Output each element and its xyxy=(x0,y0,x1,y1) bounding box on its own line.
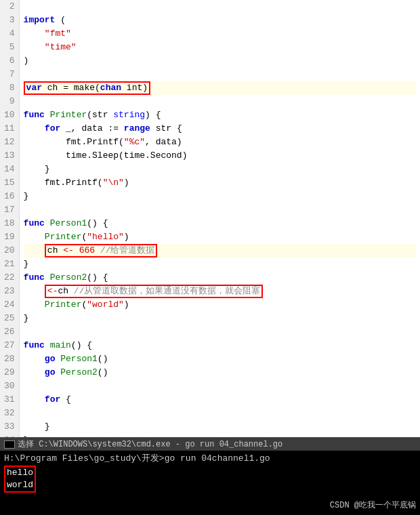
code-line: fmt.Printf("\n") xyxy=(24,176,416,190)
code-line xyxy=(24,325,416,339)
code-line: func Person1() { xyxy=(24,217,416,230)
code-line xyxy=(24,379,416,393)
code-line: "time" xyxy=(24,41,416,54)
code-line: go Person2() xyxy=(24,366,416,379)
output-hello: hello xyxy=(7,467,33,479)
terminal-body: H:\Program Files\go_study\开发>go run 04ch… xyxy=(0,451,420,515)
code-line: go Person1() xyxy=(24,352,416,366)
code-line xyxy=(24,68,416,81)
code-line xyxy=(24,203,416,217)
terminal-title: 选择 C:\WINDOWS\system32\cmd.exe - go run … xyxy=(18,438,282,450)
terminal-command: H:\Program Files\go_study\开发>go run 04ch… xyxy=(4,452,416,464)
code-line xyxy=(24,95,416,108)
code-line: func Printer(str string) { xyxy=(24,108,416,122)
code-line: for _, data := range str { xyxy=(24,122,416,136)
code-line: } xyxy=(24,420,416,434)
code-line: for { xyxy=(24,393,416,407)
code-line: ) xyxy=(24,54,416,68)
terminal-prompt: H:\Program Files\go_study\开发>go run 04ch… xyxy=(4,453,270,464)
code-line: Printer("world") xyxy=(24,298,416,312)
code-line: } xyxy=(24,312,416,325)
line-numbers: 2 3 4 5 6 7 8 9 10 11 12 13 14 15 16 17 … xyxy=(0,0,20,437)
code-line-20: ch <- 666 //给管道数据 xyxy=(24,244,416,258)
code-line: fmt.Printf("%c", data) xyxy=(24,136,416,149)
terminal-output-text: hello world xyxy=(4,466,36,493)
code-line: func Person2() { xyxy=(24,271,416,285)
code-line-23: <-ch //从管道取数据，如果通道没有数据，就会阻塞 xyxy=(24,285,416,298)
code-line: Printer("hello") xyxy=(24,230,416,244)
code-line xyxy=(24,0,416,14)
code-line: } xyxy=(24,190,416,203)
code-line xyxy=(24,407,416,420)
output-world: world xyxy=(7,479,33,491)
terminal-watermark: CSDN @吃我一个平底锅 xyxy=(330,499,416,514)
code-line: "fmt" xyxy=(24,27,416,41)
code-line: func main() { xyxy=(24,339,416,352)
terminal-output: hello world CSDN @吃我一个平底锅 xyxy=(4,464,416,514)
code-line-8: var ch = make(chan int) xyxy=(24,81,416,95)
code-line: } xyxy=(24,163,416,176)
terminal: 选择 C:\WINDOWS\system32\cmd.exe - go run … xyxy=(0,437,420,515)
code-editor: 2 3 4 5 6 7 8 9 10 11 12 13 14 15 16 17 … xyxy=(0,0,420,437)
cmd-icon xyxy=(4,440,15,449)
terminal-titlebar: 选择 C:\WINDOWS\system32\cmd.exe - go run … xyxy=(0,437,420,451)
code-line: time.Sleep(time.Second) xyxy=(24,149,416,163)
code-line: } xyxy=(24,258,416,271)
code-body: import ( "fmt" "time" ) var ch = make(ch… xyxy=(20,0,420,437)
code-line: import ( xyxy=(24,14,416,27)
